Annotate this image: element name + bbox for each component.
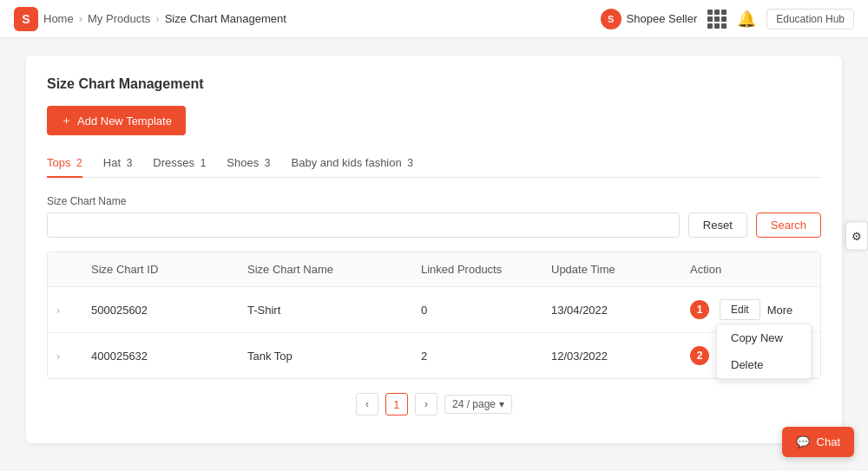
education-hub-button[interactable]: Education Hub (766, 9, 854, 29)
card-title: Size Chart Management (47, 76, 821, 92)
home-breadcrumb[interactable]: Home (43, 12, 74, 25)
filter-controls: Reset Search (47, 213, 821, 238)
next-page-button[interactable]: › (415, 393, 437, 415)
grid-menu-icon[interactable] (707, 10, 727, 29)
header: S Home › My Products › Size Chart Manage… (0, 0, 868, 38)
shopee-seller: S Shopee Seller (601, 9, 698, 29)
row1-name: T-Shirt (239, 291, 412, 329)
breadcrumb-sep-2: › (155, 12, 159, 25)
row2-linked: 2 (412, 337, 542, 375)
tab-dresses[interactable]: Dresses 1 (153, 149, 206, 178)
shopee-seller-label: Shopee Seller (627, 12, 698, 25)
size-chart-card: Size Chart Management ＋ Add New Template… (26, 56, 842, 443)
filter-label: Size Chart Name (47, 195, 821, 207)
notification-bell-icon[interactable]: 🔔 (737, 10, 756, 29)
delete-item[interactable]: Delete (717, 351, 811, 378)
table-header: Size Chart ID Size Chart Name Linked Pro… (48, 252, 820, 287)
settings-icon: ⚙ (852, 229, 862, 242)
tab-baby-kids[interactable]: Baby and kids fashion 3 (292, 149, 414, 178)
header-left: S Home › My Products › Size Chart Manage… (14, 7, 286, 31)
table-row: › 500025602 T-Shirt 0 13/04/2022 1 Edit … (48, 287, 820, 333)
row1-more-link[interactable]: More (767, 304, 793, 317)
breadcrumb-sep-1: › (79, 12, 82, 25)
tab-shoes[interactable]: Shoes 3 (227, 149, 270, 178)
pagination: ‹ 1 › 24 / page ▾ (47, 379, 821, 422)
tab-baby-kids-count: 3 (407, 157, 413, 169)
size-chart-name-input[interactable] (47, 213, 680, 238)
tab-tops[interactable]: Tops 2 (47, 149, 82, 178)
header-right: S Shopee Seller 🔔 Education Hub (601, 9, 854, 29)
current-page-breadcrumb: Size Chart Management (165, 12, 286, 25)
tab-shoes-label: Shoes (227, 156, 259, 169)
row2-id: 400025632 (82, 337, 239, 375)
col-expand (48, 252, 82, 286)
add-button-label: Add New Template (77, 114, 172, 128)
shopee-seller-logo: S (601, 9, 621, 29)
step-2-badge: 2 (690, 346, 709, 365)
chat-icon: 💬 (796, 435, 810, 448)
tab-shoes-count: 3 (265, 157, 271, 169)
chat-button[interactable]: 💬 Chat (782, 427, 854, 457)
shopee-logo: S (14, 7, 38, 31)
row1-updated: 13/04/2022 (542, 291, 681, 329)
current-page: 1 (385, 393, 408, 415)
col-name: Size Chart Name (239, 252, 412, 286)
row1-action-area: 1 Edit More Copy New Delete (690, 299, 812, 320)
table-row: › 400025632 Tank Top 2 12/03/2022 2 Edit (48, 333, 820, 378)
my-products-breadcrumb[interactable]: My Products (88, 12, 150, 25)
prev-page-button[interactable]: ‹ (356, 393, 378, 415)
tab-dresses-count: 1 (201, 157, 207, 169)
row1-edit-button[interactable]: Edit (720, 299, 760, 320)
filter-section: Size Chart Name Reset Search (47, 195, 821, 238)
col-linked: Linked Products (412, 252, 542, 286)
row2-expand[interactable]: › (48, 337, 82, 375)
settings-button[interactable]: ⚙ (845, 221, 868, 250)
search-button[interactable]: Search (756, 213, 821, 238)
plus-icon: ＋ (61, 113, 72, 128)
page-size-label: 24 / page (452, 398, 496, 410)
tab-hat-label: Hat (103, 156, 121, 169)
add-new-template-button[interactable]: ＋ Add New Template (47, 106, 186, 135)
size-chart-table: Size Chart ID Size Chart Name Linked Pro… (47, 252, 821, 379)
tab-hat[interactable]: Hat 3 (103, 149, 133, 178)
chevron-right-icon: › (56, 350, 60, 363)
chat-label: Chat (817, 435, 840, 448)
category-tabs: Tops 2 Hat 3 Dresses 1 Shoes 3 Baby and … (47, 149, 821, 178)
tab-dresses-label: Dresses (153, 156, 194, 169)
tab-hat-count: 3 (127, 157, 133, 169)
row2-name: Tank Top (239, 337, 412, 375)
col-action: Action (681, 252, 820, 286)
tab-baby-kids-label: Baby and kids fashion (292, 156, 402, 169)
copy-new-item[interactable]: Copy New (717, 324, 811, 351)
row2-updated: 12/03/2022 (542, 337, 681, 375)
row1-action: 1 Edit More Copy New Delete (681, 287, 820, 332)
chevron-right-icon: › (56, 304, 60, 317)
row1-linked: 0 (412, 291, 542, 329)
tab-tops-label: Tops (47, 156, 70, 169)
row1-id: 500025602 (82, 291, 239, 329)
step-1-badge: 1 (690, 300, 709, 319)
reset-button[interactable]: Reset (688, 213, 747, 238)
col-id: Size Chart ID (82, 252, 239, 286)
page-size-selector[interactable]: 24 / page ▾ (444, 395, 512, 414)
row1-expand[interactable]: › (48, 291, 82, 329)
main-content: Size Chart Management ＋ Add New Template… (0, 38, 868, 461)
page-size-chevron-icon: ▾ (499, 398, 504, 410)
col-time: Update Time (542, 252, 681, 286)
tab-tops-count: 2 (76, 157, 82, 169)
row1-dropdown-popup: Copy New Delete (716, 324, 812, 379)
